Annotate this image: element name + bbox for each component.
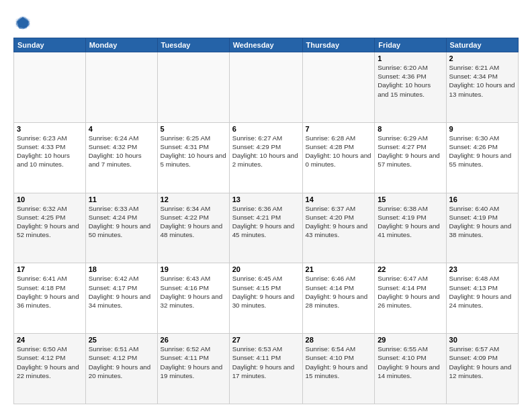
day-number: 6 <box>232 125 300 133</box>
calendar-cell: 11Sunrise: 6:33 AM Sunset: 4:24 PM Dayli… <box>85 193 157 263</box>
day-info: Sunrise: 6:42 AM Sunset: 4:17 PM Dayligh… <box>89 274 154 310</box>
calendar-cell: 5Sunrise: 6:25 AM Sunset: 4:31 PM Daylig… <box>157 122 229 193</box>
day-number: 19 <box>161 265 226 273</box>
day-info: Sunrise: 6:38 AM Sunset: 4:19 PM Dayligh… <box>378 204 443 240</box>
calendar-cell: 8Sunrise: 6:29 AM Sunset: 4:27 PM Daylig… <box>375 122 446 193</box>
day-info: Sunrise: 6:41 AM Sunset: 4:18 PM Dayligh… <box>17 274 83 310</box>
calendar-cell: 13Sunrise: 6:36 AM Sunset: 4:21 PM Dayli… <box>229 193 302 263</box>
day-info: Sunrise: 6:48 AM Sunset: 4:13 PM Dayligh… <box>449 274 515 310</box>
calendar-cell: 16Sunrise: 6:40 AM Sunset: 4:19 PM Dayli… <box>446 193 518 263</box>
day-info: Sunrise: 6:45 AM Sunset: 4:15 PM Dayligh… <box>232 274 300 310</box>
day-number: 26 <box>161 336 226 344</box>
day-info: Sunrise: 6:28 AM Sunset: 4:28 PM Dayligh… <box>306 134 372 169</box>
page: SundayMondayTuesdayWednesdayThursdayFrid… <box>0 0 532 411</box>
calendar-cell: 19Sunrise: 6:43 AM Sunset: 4:16 PM Dayli… <box>157 263 229 334</box>
calendar-cell: 14Sunrise: 6:37 AM Sunset: 4:20 PM Dayli… <box>302 193 375 263</box>
calendar-cell: 23Sunrise: 6:48 AM Sunset: 4:13 PM Dayli… <box>446 263 518 334</box>
day-number: 29 <box>378 336 443 344</box>
day-number: 7 <box>306 125 372 133</box>
calendar-cell: 21Sunrise: 6:46 AM Sunset: 4:14 PM Dayli… <box>302 263 375 334</box>
day-info: Sunrise: 6:25 AM Sunset: 4:31 PM Dayligh… <box>161 134 226 169</box>
calendar-cell <box>302 52 375 123</box>
day-number: 25 <box>89 336 154 344</box>
calendar-cell: 30Sunrise: 6:57 AM Sunset: 4:09 PM Dayli… <box>446 334 518 404</box>
calendar-cell: 10Sunrise: 6:32 AM Sunset: 4:25 PM Dayli… <box>14 193 86 263</box>
day-info: Sunrise: 6:43 AM Sunset: 4:16 PM Dayligh… <box>161 274 226 310</box>
calendar-cell: 6Sunrise: 6:27 AM Sunset: 4:29 PM Daylig… <box>229 122 302 193</box>
day-info: Sunrise: 6:51 AM Sunset: 4:12 PM Dayligh… <box>89 345 154 380</box>
calendar-cell: 7Sunrise: 6:28 AM Sunset: 4:28 PM Daylig… <box>302 122 375 193</box>
day-info: Sunrise: 6:37 AM Sunset: 4:20 PM Dayligh… <box>306 204 372 240</box>
calendar-cell: 20Sunrise: 6:45 AM Sunset: 4:15 PM Dayli… <box>229 263 302 334</box>
calendar-cell <box>14 52 86 123</box>
day-info: Sunrise: 6:21 AM Sunset: 4:34 PM Dayligh… <box>449 63 515 99</box>
day-number: 14 <box>306 195 372 203</box>
calendar-week-4: 17Sunrise: 6:41 AM Sunset: 4:18 PM Dayli… <box>14 263 519 334</box>
weekday-header-thursday: Thursday <box>302 38 375 52</box>
calendar-cell: 29Sunrise: 6:55 AM Sunset: 4:10 PM Dayli… <box>375 334 446 404</box>
day-number: 28 <box>306 336 372 344</box>
day-info: Sunrise: 6:50 AM Sunset: 4:12 PM Dayligh… <box>17 345 83 380</box>
day-info: Sunrise: 6:46 AM Sunset: 4:14 PM Dayligh… <box>306 274 372 310</box>
weekday-header-friday: Friday <box>375 38 446 52</box>
day-number: 5 <box>161 125 226 133</box>
day-number: 8 <box>378 125 443 133</box>
calendar-week-1: 1Sunrise: 6:20 AM Sunset: 4:36 PM Daylig… <box>14 52 519 123</box>
calendar-cell <box>157 52 229 123</box>
calendar-week-2: 3Sunrise: 6:23 AM Sunset: 4:33 PM Daylig… <box>14 122 519 193</box>
calendar-cell: 22Sunrise: 6:47 AM Sunset: 4:14 PM Dayli… <box>375 263 446 334</box>
day-number: 10 <box>17 195 83 203</box>
day-number: 12 <box>161 195 226 203</box>
day-number: 22 <box>378 265 443 273</box>
weekday-header-tuesday: Tuesday <box>157 38 229 52</box>
day-info: Sunrise: 6:36 AM Sunset: 4:21 PM Dayligh… <box>232 204 300 240</box>
day-number: 4 <box>89 125 154 133</box>
calendar-cell: 15Sunrise: 6:38 AM Sunset: 4:19 PM Dayli… <box>375 193 446 263</box>
calendar-cell: 2Sunrise: 6:21 AM Sunset: 4:34 PM Daylig… <box>446 52 518 123</box>
day-number: 18 <box>89 265 154 273</box>
calendar-table: SundayMondayTuesdayWednesdayThursdayFrid… <box>13 38 519 404</box>
day-number: 24 <box>17 336 83 344</box>
day-number: 1 <box>378 54 443 62</box>
day-number: 3 <box>17 125 83 133</box>
calendar-week-5: 24Sunrise: 6:50 AM Sunset: 4:12 PM Dayli… <box>14 334 519 404</box>
calendar-cell: 12Sunrise: 6:34 AM Sunset: 4:22 PM Dayli… <box>157 193 229 263</box>
calendar-cell: 26Sunrise: 6:52 AM Sunset: 4:11 PM Dayli… <box>157 334 229 404</box>
calendar-cell: 1Sunrise: 6:20 AM Sunset: 4:36 PM Daylig… <box>375 52 446 123</box>
day-info: Sunrise: 6:24 AM Sunset: 4:32 PM Dayligh… <box>89 134 154 169</box>
day-number: 13 <box>232 195 300 203</box>
calendar-cell <box>85 52 157 123</box>
day-number: 20 <box>232 265 300 273</box>
logo-icon <box>13 13 32 32</box>
day-number: 11 <box>89 195 154 203</box>
calendar-cell: 28Sunrise: 6:54 AM Sunset: 4:10 PM Dayli… <box>302 334 375 404</box>
day-number: 2 <box>449 54 515 62</box>
day-number: 21 <box>306 265 372 273</box>
day-info: Sunrise: 6:47 AM Sunset: 4:14 PM Dayligh… <box>378 274 443 310</box>
day-info: Sunrise: 6:40 AM Sunset: 4:19 PM Dayligh… <box>449 204 515 240</box>
day-number: 27 <box>232 336 300 344</box>
day-info: Sunrise: 6:33 AM Sunset: 4:24 PM Dayligh… <box>89 204 154 240</box>
day-info: Sunrise: 6:23 AM Sunset: 4:33 PM Dayligh… <box>17 134 83 169</box>
calendar-cell: 3Sunrise: 6:23 AM Sunset: 4:33 PM Daylig… <box>14 122 86 193</box>
day-info: Sunrise: 6:34 AM Sunset: 4:22 PM Dayligh… <box>161 204 226 240</box>
day-info: Sunrise: 6:54 AM Sunset: 4:10 PM Dayligh… <box>306 345 372 380</box>
logo <box>13 13 35 32</box>
calendar-cell: 9Sunrise: 6:30 AM Sunset: 4:26 PM Daylig… <box>446 122 518 193</box>
weekday-header-monday: Monday <box>85 38 157 52</box>
day-info: Sunrise: 6:52 AM Sunset: 4:11 PM Dayligh… <box>161 345 226 380</box>
day-number: 30 <box>449 336 515 344</box>
day-info: Sunrise: 6:29 AM Sunset: 4:27 PM Dayligh… <box>378 134 443 169</box>
day-info: Sunrise: 6:20 AM Sunset: 4:36 PM Dayligh… <box>378 63 443 99</box>
calendar-cell <box>229 52 302 123</box>
calendar-cell: 27Sunrise: 6:53 AM Sunset: 4:11 PM Dayli… <box>229 334 302 404</box>
weekday-header-wednesday: Wednesday <box>229 38 302 52</box>
day-info: Sunrise: 6:53 AM Sunset: 4:11 PM Dayligh… <box>232 345 300 380</box>
day-number: 17 <box>17 265 83 273</box>
calendar-header-row: SundayMondayTuesdayWednesdayThursdayFrid… <box>14 38 519 52</box>
day-number: 15 <box>378 195 443 203</box>
header <box>13 11 519 32</box>
weekday-header-saturday: Saturday <box>446 38 518 52</box>
calendar-week-3: 10Sunrise: 6:32 AM Sunset: 4:25 PM Dayli… <box>14 193 519 263</box>
day-number: 16 <box>449 195 515 203</box>
